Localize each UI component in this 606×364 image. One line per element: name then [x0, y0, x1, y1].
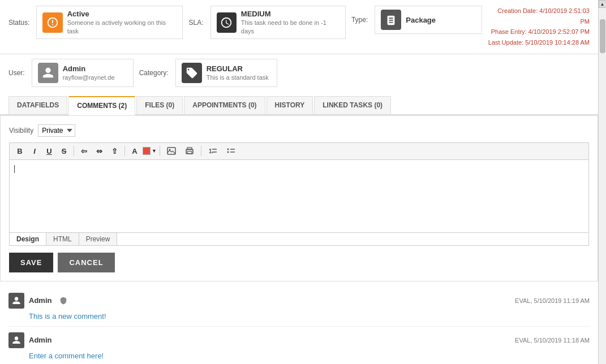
active-icon [46, 16, 59, 29]
bold-button[interactable]: B [13, 145, 27, 157]
user-label: User: [8, 69, 25, 77]
align-right-button[interactable]: ⇧ [108, 145, 122, 157]
visibility-row: Visibility Private Public [9, 124, 589, 137]
tab-comments[interactable]: COMMENTS (2) [68, 96, 135, 115]
underline-button[interactable]: U [42, 145, 56, 157]
user-name: Admin [63, 64, 115, 73]
info-bar-top: Status: Active Someone is actively worki… [0, 0, 598, 54]
update-label: Last Update: [488, 39, 523, 46]
image-icon [167, 147, 176, 155]
comment-badge-1 [59, 297, 67, 305]
action-buttons: SAVE CANCEL [9, 253, 589, 272]
user-section: User: Admin rayflow@raynet.de [8, 59, 134, 87]
cursor [14, 165, 15, 173]
sla-box: MEDIUM This task need to be done in -1 d… [210, 6, 346, 39]
main-container: Status: Active Someone is actively worki… [0, 0, 606, 364]
svg-point-8 [227, 149, 229, 150]
editor-tab-preview[interactable]: Preview [79, 233, 118, 245]
ordered-list-icon: 1. [208, 147, 217, 155]
scroll-content: Status: Active Someone is actively worki… [0, 0, 598, 364]
print-button[interactable] [181, 145, 198, 157]
phase-value: 4/10/2019 2:52:07 PM [528, 28, 590, 35]
comment-avatar-1 [8, 293, 24, 309]
sla-text: MEDIUM This task need to be done in -1 d… [241, 10, 339, 35]
insert-image-button[interactable] [163, 145, 180, 157]
toolbar-separator-4 [201, 146, 201, 156]
color-dropdown-arrow[interactable]: ▼ [152, 148, 157, 154]
update-value: 5/10/2019 10:14:28 AM [525, 39, 590, 46]
comment-meta-1: EVAL, 5/10/2019 11:19 AM [515, 297, 590, 304]
align-center-button[interactable]: ⇔ [92, 145, 106, 157]
comment-user-2: Admin [8, 332, 51, 348]
creation-value: 4/10/2019 2:51:03 PM [539, 7, 590, 25]
tab-datafields[interactable]: DATAFIELDS [8, 96, 67, 114]
sla-value: MEDIUM [241, 10, 339, 18]
tab-content-area: Visibility Private Public B I U S ⇦ ⇔ ⇧ [0, 115, 598, 281]
status-box: Active Someone is actively working on th… [36, 6, 183, 39]
type-box: Package [375, 6, 482, 34]
person-icon [42, 67, 54, 79]
user-box: Admin rayflow@raynet.de [32, 59, 134, 87]
sla-section: SLA: MEDIUM This task need to be done in… [188, 6, 345, 39]
color-swatch [143, 147, 151, 155]
category-text: REGULAR This is a standard task [207, 64, 269, 81]
creation-label: Creation Date: [497, 7, 538, 14]
font-color-button[interactable]: A [128, 145, 141, 157]
visibility-label: Visibility [9, 127, 33, 135]
phase-label: Phase Entry: [491, 28, 527, 35]
category-label: Category: [139, 69, 169, 77]
category-value: REGULAR [207, 64, 269, 73]
type-value: Package [406, 16, 436, 24]
editor-tab-design[interactable]: Design [10, 233, 46, 245]
tab-linked-tasks[interactable]: LINKED TASKS (0) [314, 96, 391, 114]
status-label: Status: [8, 19, 29, 27]
ordered-list-button[interactable]: 1. [204, 145, 221, 157]
tab-files[interactable]: FILES (0) [136, 96, 183, 114]
clock-icon [220, 16, 233, 29]
category-section: Category: REGULAR This is a standard tas… [139, 59, 277, 87]
strikethrough-button[interactable]: S [57, 145, 71, 157]
rte-editor[interactable] [9, 159, 589, 233]
visibility-select[interactable]: Private Public [38, 124, 75, 137]
unordered-list-button[interactable] [222, 145, 239, 157]
status-icon [42, 12, 62, 33]
info-bar-bottom: User: Admin rayflow@raynet.de [0, 54, 598, 92]
user-avatar-icon-1 [12, 296, 21, 305]
toolbar-separator-1 [74, 146, 74, 156]
comment-meta-2: EVAL, 5/10/2019 11:18 AM [515, 337, 590, 344]
editor-mode-tabs: Design HTML Preview [9, 233, 589, 246]
align-left-button[interactable]: ⇦ [77, 145, 91, 157]
scroll-container: Status: Active Someone is actively worki… [0, 0, 606, 364]
last-update: Last Update: 5/10/2019 10:14:28 AM [488, 37, 590, 48]
status-value: Active [67, 10, 177, 18]
tab-appointments[interactable]: APPOINTMENTS (0) [184, 96, 265, 114]
cancel-button[interactable]: CANCEL [58, 253, 114, 272]
italic-button[interactable]: I [28, 145, 41, 157]
tabs-bar: DATAFIELDS COMMENTS (2) FILES (0) APPOIN… [0, 96, 598, 115]
editor-tab-html[interactable]: HTML [46, 233, 79, 245]
scrollbar-thumb[interactable] [600, 19, 605, 53]
type-text: Package [406, 16, 436, 24]
scrollbar: ▲ ▼ [598, 0, 606, 364]
status-subtitle: Someone is actively working on this task [67, 19, 166, 34]
font-color-selector[interactable]: A ▼ [128, 145, 157, 157]
scrollbar-track [599, 8, 606, 364]
sla-label: SLA: [188, 19, 203, 27]
category-icon [182, 63, 202, 83]
svg-point-9 [227, 151, 229, 153]
type-label: Type: [351, 16, 368, 24]
comment-text-2: Enter a comment here! [29, 352, 590, 360]
save-button[interactable]: SAVE [9, 253, 53, 272]
scroll-up-button[interactable]: ▲ [599, 0, 607, 8]
phase-entry: Phase Entry: 4/10/2019 2:52:07 PM [488, 27, 590, 37]
svg-rect-0 [167, 148, 175, 154]
category-subtitle: This is a standard task [207, 74, 269, 81]
comment-header-1: Admin EVAL, 5/10/2019 11:19 AM [8, 293, 590, 309]
toolbar-separator-3 [160, 146, 160, 156]
comment-name-1: Admin [29, 296, 51, 305]
comment-text-1: This is a new comment! [29, 312, 590, 320]
tab-history[interactable]: HISTORY [267, 96, 313, 114]
comment-item-1: Admin EVAL, 5/10/2019 11:19 AM This is a… [8, 287, 590, 327]
comment-header-2: Admin EVAL, 5/10/2019 11:18 AM [8, 332, 590, 348]
category-box: REGULAR This is a standard task [175, 59, 277, 87]
